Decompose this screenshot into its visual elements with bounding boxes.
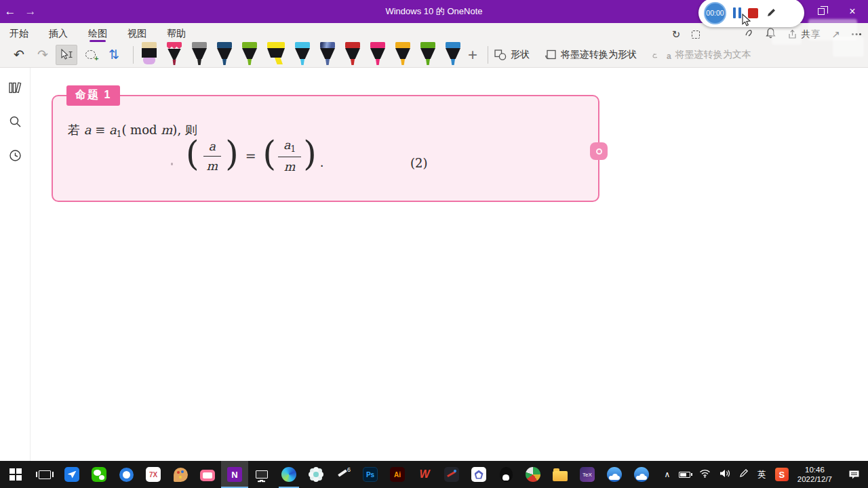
flower-icon — [313, 472, 319, 477]
task-view-button[interactable] — [31, 461, 58, 488]
recent-notes-button[interactable] — [6, 146, 24, 164]
pen-green2[interactable] — [420, 42, 436, 67]
ink-to-text-a-glyph: a — [667, 52, 671, 61]
lasso-icon: + — [85, 50, 96, 59]
main-area: 命题 1 若 a ≡ a1( mod m), 则 ( a m ) = ( a1 — [0, 68, 868, 461]
tex-icon: TeX — [580, 467, 595, 482]
taskbar-app-geometry[interactable] — [465, 461, 492, 488]
pinwheel-icon — [526, 467, 540, 482]
taskbar-app-photoshop[interactable]: Ps — [357, 461, 384, 488]
windows-ink-pen-icon[interactable] — [739, 468, 749, 481]
ink-stray-dot — [171, 163, 173, 165]
taskbar-app-paper-plane[interactable] — [58, 461, 85, 488]
annotate-pencil-button[interactable] — [765, 7, 777, 19]
taskbar-clock[interactable]: 10:46 2022/12/7 — [797, 465, 832, 484]
pen-blue[interactable] — [445, 42, 461, 67]
select-tool-button[interactable] — [56, 45, 77, 65]
redo-button[interactable]: ↷ — [32, 45, 54, 65]
watermark-artifact — [772, 30, 802, 45]
shapes-icon — [494, 49, 507, 60]
pen-magenta[interactable] — [370, 42, 386, 67]
pen-amber[interactable] — [395, 42, 411, 67]
taskbar-app-edge[interactable] — [275, 461, 302, 488]
tab-draw[interactable]: 绘图 — [88, 25, 107, 40]
pen-black[interactable] — [191, 42, 208, 67]
back-icon[interactable]: ← — [0, 5, 20, 18]
sogou-input-icon[interactable]: S — [775, 468, 789, 481]
search-icon — [9, 115, 22, 128]
select-cursor-icon — [60, 49, 73, 60]
lasso-select-button[interactable]: + — [79, 45, 101, 65]
taskbar-app-bilibili[interactable] — [194, 461, 221, 488]
box-drag-handle[interactable] — [590, 142, 608, 160]
taskbar-app-flower[interactable] — [302, 461, 330, 488]
taskbar-app-qq-browser-2[interactable] — [628, 461, 655, 488]
highlighter-yellow[interactable] — [267, 42, 285, 67]
pen-gallery — [141, 42, 461, 67]
pen-galaxy[interactable] — [319, 42, 336, 67]
undo-button[interactable]: ↶ — [8, 45, 30, 65]
bilibili-icon — [200, 470, 215, 481]
fullscreen-icon[interactable] — [692, 30, 700, 39]
insert-space-icon: ⇅ — [108, 48, 119, 61]
taskbar: 7X N 6 Ps Ai W TeX ∧ 英 — [0, 461, 868, 488]
search-button[interactable] — [6, 113, 24, 130]
wifi-icon[interactable] — [699, 468, 711, 481]
proposition-badge: 命题 1 — [66, 85, 120, 106]
taskbar-app-qq[interactable] — [492, 461, 519, 488]
volume-icon[interactable] — [719, 468, 730, 481]
insert-space-button[interactable]: ⇅ — [103, 45, 125, 65]
pencil-tool[interactable] — [166, 42, 182, 67]
sync-icon[interactable]: ↻ — [672, 29, 681, 39]
start-button[interactable] — [0, 461, 31, 488]
taskbar-file-explorer[interactable] — [547, 461, 574, 488]
ime-language-indicator[interactable]: 英 — [757, 469, 766, 481]
taskbar-app-illustrator[interactable]: Ai — [384, 461, 411, 488]
pen-red[interactable] — [344, 42, 361, 67]
taskbar-app-pen-tablet[interactable]: 6 — [330, 461, 357, 488]
geometry-icon — [471, 467, 486, 482]
7x-icon: 7X — [146, 467, 161, 482]
palette-icon — [174, 468, 188, 482]
task-view-icon — [39, 470, 51, 479]
pen-cyan[interactable] — [294, 42, 311, 67]
forward-icon[interactable]: → — [20, 5, 41, 18]
taskbar-app-pinwheel[interactable] — [519, 461, 547, 488]
wechat-icon — [92, 467, 106, 482]
taskbar-app-palette[interactable] — [167, 461, 194, 488]
taskbar-app-qq-browser[interactable] — [601, 461, 628, 488]
pause-button[interactable] — [733, 7, 741, 18]
tab-view[interactable]: 视图 — [127, 25, 146, 40]
taskbar-app-7x[interactable]: 7X — [140, 461, 167, 488]
pen-navy[interactable] — [216, 42, 233, 67]
taskbar-app-blue-ring[interactable] — [113, 461, 140, 488]
fraction-a1-over-m: a1 m — [278, 138, 301, 174]
page-canvas[interactable]: 命题 1 若 a ≡ a1( mod m), 则 ( a m ) = ( a1 — [31, 68, 868, 461]
tab-insert[interactable]: 插入 — [49, 25, 68, 40]
qq-penguin-icon — [500, 467, 513, 482]
add-pen-button[interactable]: + — [468, 45, 477, 64]
taskbar-app-screen-recorder[interactable] — [248, 461, 275, 488]
taskbar-app-dark[interactable] — [438, 461, 465, 488]
ink-to-shape-button[interactable]: 将墨迹转换为形状 — [545, 49, 637, 61]
taskbar-app-onenote[interactable]: N — [221, 461, 248, 488]
edge-icon — [281, 467, 296, 482]
ink-to-text-button[interactable]: a 将墨迹转换为文本 — [652, 49, 751, 61]
tray-chevron-up-icon[interactable]: ∧ — [665, 470, 671, 479]
qq-browser-icon — [634, 467, 649, 482]
tab-home[interactable]: 开始 — [9, 25, 28, 40]
taskbar-app-wechat[interactable] — [85, 461, 113, 488]
action-center-button[interactable] — [841, 470, 867, 480]
tab-help[interactable]: 帮助 — [167, 25, 186, 40]
undo-icon: ↶ — [14, 48, 24, 61]
ink-gesture-icon[interactable] — [744, 28, 754, 41]
pen-green[interactable] — [241, 42, 258, 67]
eraser-tool[interactable] — [141, 42, 157, 67]
battery-icon[interactable] — [679, 472, 690, 478]
taskbar-app-wps[interactable]: W — [411, 461, 438, 488]
proposition-box[interactable]: 命题 1 若 a ≡ a1( mod m), 则 ( a m ) = ( a1 — [52, 95, 599, 202]
taskbar-app-tex[interactable]: TeX — [574, 461, 601, 488]
notebooks-icon — [8, 81, 22, 94]
shapes-button[interactable]: 形状 — [494, 49, 530, 61]
notebooks-button[interactable] — [6, 79, 24, 96]
